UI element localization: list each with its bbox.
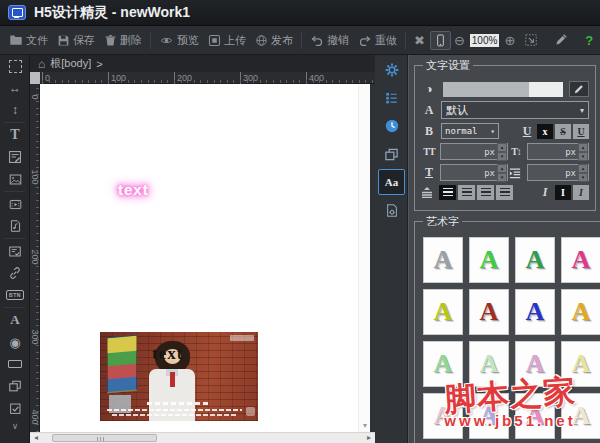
image-subtitle [147, 402, 210, 406]
tab-animation[interactable] [375, 113, 408, 139]
strikethrough-toggle[interactable]: S [555, 124, 571, 139]
image-tool[interactable] [0, 168, 30, 190]
scroll-left-icon[interactable]: ◂ [30, 433, 42, 443]
art-text-tile[interactable]: A [423, 237, 463, 283]
image-element[interactable]: text [100, 332, 258, 421]
spin-down-icon[interactable]: ▾ [578, 173, 588, 182]
art-text-tile[interactable]: A [561, 289, 600, 335]
more-tools-button[interactable]: ∨ [0, 419, 30, 433]
radio-tool[interactable]: ◉ [0, 331, 30, 353]
spin-up-icon[interactable]: ▴ [497, 143, 507, 152]
art-text-tile[interactable]: A [423, 393, 463, 439]
font-size-input[interactable] [441, 147, 484, 157]
font-family-select[interactable]: 默认 ▾ [441, 101, 589, 119]
glow-text-element[interactable]: text [118, 181, 149, 198]
file-button[interactable]: 文件 [5, 30, 52, 51]
align-right-button[interactable] [477, 185, 494, 200]
close-icon[interactable]: ✖ [410, 34, 429, 47]
h-ruler: 0 100 200 300 400 [40, 72, 375, 84]
align-justify-button[interactable] [496, 185, 513, 200]
resize-canvas-button[interactable] [518, 33, 544, 47]
richtext-tool[interactable] [0, 146, 30, 168]
spin-up-icon[interactable]: ▴ [578, 143, 588, 152]
clock-icon [384, 118, 400, 134]
upload-button[interactable]: 上传 [204, 30, 250, 51]
zoom-out-icon[interactable]: ⊖ [452, 34, 467, 47]
pages-tool[interactable] [0, 375, 30, 397]
link-tool[interactable] [0, 262, 30, 284]
scroll-right-icon[interactable]: ▸ [363, 433, 375, 443]
italic-on-button[interactable]: I [573, 185, 589, 200]
tab-pages[interactable] [375, 141, 408, 167]
art-text-tile[interactable]: A [515, 393, 555, 439]
artboard[interactable]: text text ▾ [40, 84, 370, 432]
text-icon: T [10, 127, 19, 143]
align-center-button[interactable] [458, 185, 475, 200]
spin-down-icon[interactable]: ▾ [497, 152, 507, 161]
spin-up-icon[interactable]: ▴ [578, 164, 588, 173]
panel-tab-strip: Aa [375, 55, 408, 443]
art-text-tile[interactable]: A [561, 341, 600, 387]
text-tool[interactable]: T [0, 124, 30, 146]
font-weight-select[interactable]: normal ▾ [441, 123, 499, 139]
indent-spinner[interactable]: ▴▾ [578, 164, 588, 181]
preview-button[interactable]: 预览 [155, 30, 203, 51]
v-scrollbar[interactable]: ▾ [358, 84, 370, 432]
spin-down-icon[interactable]: ▾ [578, 152, 588, 161]
art-text-tile[interactable]: A [561, 237, 600, 283]
save-button[interactable]: 保存 [53, 30, 99, 51]
redo-button[interactable]: 重做 [354, 30, 401, 51]
help-button[interactable]: ? [577, 33, 600, 48]
zoom-level[interactable]: 100% [470, 34, 500, 47]
line-height-spinner[interactable]: ▴▾ [497, 164, 507, 181]
art-text-tile[interactable]: A [423, 289, 463, 335]
tab-settings[interactable] [375, 57, 408, 83]
video-tool[interactable] [0, 193, 30, 215]
art-text-tile[interactable]: A [469, 341, 509, 387]
align-left-button[interactable] [439, 185, 456, 200]
device-view-button[interactable] [430, 31, 451, 50]
subscript-toggle[interactable]: x [537, 124, 553, 139]
tab-page-settings[interactable] [375, 197, 408, 223]
font-size-spinner[interactable]: ▴▾ [497, 143, 507, 160]
art-text-tile[interactable]: A [515, 237, 555, 283]
tab-font[interactable]: Aa [378, 169, 405, 195]
audio-tool[interactable] [0, 215, 30, 237]
spin-down-icon[interactable]: ▾ [497, 173, 507, 182]
underline-toggle[interactable]: U [573, 124, 589, 139]
input-tool[interactable] [0, 353, 30, 375]
width-resize-tool[interactable]: ↔ [0, 77, 30, 99]
art-text-tile[interactable]: A [469, 393, 509, 439]
letter-spacing-spinner[interactable]: ▴▾ [578, 143, 588, 160]
marquee-tool[interactable] [0, 55, 30, 77]
opacity-slider[interactable] [443, 82, 563, 97]
zoom-in-icon[interactable]: ⊕ [502, 34, 517, 47]
art-text-tile[interactable]: A [423, 341, 463, 387]
eyedropper-button[interactable] [546, 33, 576, 47]
form-tool[interactable] [0, 240, 30, 262]
art-text-tile[interactable]: A [561, 393, 600, 439]
breadcrumb-root[interactable]: 根[body] [50, 56, 91, 71]
art-text-tile[interactable]: A [469, 237, 509, 283]
line-height-input[interactable] [441, 168, 484, 178]
delete-button[interactable]: 删除 [100, 30, 146, 51]
art-text-tile[interactable]: A [515, 289, 555, 335]
art-text-tile[interactable]: A [515, 341, 555, 387]
tab-layers[interactable] [375, 85, 408, 111]
art-text-tool[interactable]: A [0, 309, 30, 331]
h-scrollbar-thumb[interactable] [52, 434, 157, 442]
art-text-tile[interactable]: A [469, 289, 509, 335]
scroll-down-icon[interactable]: ▾ [359, 421, 371, 430]
indent-input[interactable] [528, 168, 565, 178]
button-tool[interactable]: BTN [0, 284, 30, 306]
publish-button[interactable]: 发布 [251, 30, 297, 51]
v-arrow-icon: ↕ [12, 103, 18, 117]
italic-off-button[interactable]: I [555, 185, 571, 200]
checkbox-tool[interactable] [0, 397, 30, 419]
undo-button[interactable]: 撤销 [306, 30, 353, 51]
h-scrollbar[interactable]: ◂ ▸ [30, 432, 375, 443]
edit-style-button[interactable] [569, 81, 589, 97]
spin-up-icon[interactable]: ▴ [497, 164, 507, 173]
height-resize-tool[interactable]: ↕ [0, 99, 30, 121]
letter-spacing-input[interactable] [528, 147, 565, 157]
